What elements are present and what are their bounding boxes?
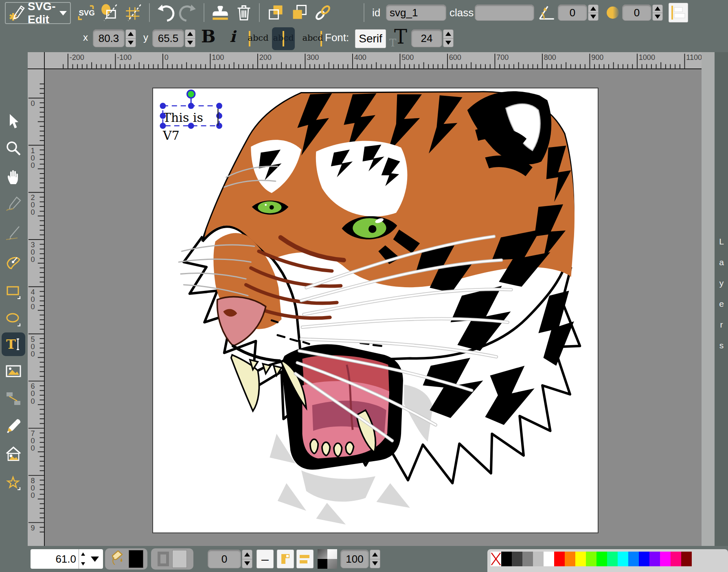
linecap-button[interactable]: [296, 550, 314, 568]
blur-icon: [603, 3, 622, 22]
ellipse-tool[interactable]: [2, 307, 25, 331]
palette-swatch[interactable]: [596, 552, 607, 566]
palette-swatch[interactable]: [681, 552, 692, 566]
redo-button[interactable]: [178, 3, 197, 22]
vertical-scrollbar-track[interactable]: [702, 52, 715, 546]
palette-swatch[interactable]: [660, 552, 671, 566]
blur-input[interactable]: [622, 4, 651, 21]
toolbar-separator: [149, 3, 150, 22]
font-size-input[interactable]: [411, 29, 442, 47]
zoom-spinner[interactable]: [79, 549, 87, 569]
palette-swatch[interactable]: [544, 552, 554, 566]
y-coordinate-input[interactable]: [152, 29, 184, 47]
id-input[interactable]: [386, 4, 446, 21]
svg-text:-100: -100: [117, 53, 132, 62]
italic-button[interactable]: i: [230, 27, 235, 46]
bold-button[interactable]: B: [201, 26, 216, 46]
layers-panel-tab[interactable]: Layers: [715, 52, 728, 546]
select-tool[interactable]: [2, 110, 25, 133]
zoom-control[interactable]: 61.0: [31, 549, 103, 569]
tools-sidebar: T: [0, 52, 28, 546]
palette-swatch[interactable]: [533, 552, 544, 566]
palette-swatch-none[interactable]: [491, 552, 501, 566]
svg-text:0: 0: [164, 53, 169, 62]
class-field-label: class: [450, 7, 474, 19]
source-editor-button[interactable]: SVG: [77, 3, 95, 22]
svg-text:0: 0: [31, 255, 35, 264]
workspace: -200-10001002003004005006007008009001000…: [28, 52, 715, 546]
move-to-bottom-button[interactable]: [266, 3, 285, 22]
stroke-width-input[interactable]: [208, 550, 241, 568]
palette-swatch[interactable]: [586, 552, 596, 566]
align-panel-button[interactable]: [669, 3, 688, 22]
palette-swatch[interactable]: [628, 552, 639, 566]
svg-text:0: 0: [31, 343, 35, 351]
y-spinner[interactable]: [185, 29, 195, 47]
palette-swatch[interactable]: [565, 552, 575, 566]
palette-swatch[interactable]: [607, 552, 618, 566]
linejoin-button[interactable]: [277, 550, 294, 568]
canvas-text-element[interactable]: This is V7: [163, 109, 221, 127]
svg-text:0: 0: [31, 350, 35, 358]
pan-tool[interactable]: [2, 165, 25, 189]
zoom-dropdown-caret-icon[interactable]: [91, 557, 99, 562]
class-input[interactable]: [475, 4, 534, 21]
rectangle-tool[interactable]: [2, 280, 25, 304]
palette-swatch[interactable]: [618, 552, 628, 566]
x-coordinate-input[interactable]: [93, 29, 125, 47]
main-menu-button[interactable]: ✱ SVG-Edit: [5, 2, 71, 24]
stroke-dash-select[interactable]: –: [257, 550, 274, 568]
path-tool[interactable]: [2, 251, 25, 274]
palette-swatch[interactable]: [639, 552, 649, 566]
pencil-tool[interactable]: [2, 192, 25, 216]
font-size-spinner[interactable]: [443, 29, 454, 47]
palette-swatch[interactable]: [575, 552, 586, 566]
stroke-width-spinner[interactable]: [242, 550, 252, 568]
opacity-spinner[interactable]: [370, 550, 380, 568]
shape-library-tool[interactable]: [2, 442, 25, 466]
tiger-artwork[interactable]: [153, 88, 598, 532]
delete-trash-button[interactable]: [235, 3, 253, 22]
image-tool[interactable]: [2, 359, 25, 383]
svg-text:0: 0: [31, 208, 35, 216]
font-family-button[interactable]: Serif: [355, 29, 386, 48]
palette-swatch[interactable]: [671, 552, 681, 566]
palette-swatch[interactable]: [522, 552, 533, 566]
grid-icon[interactable]: [124, 3, 143, 22]
stroke-color-swatch: [172, 550, 187, 568]
rotation-angle-input[interactable]: [558, 4, 587, 21]
undo-button[interactable]: [156, 3, 175, 22]
text-tool[interactable]: T: [2, 332, 25, 356]
shapes-icon[interactable]: [100, 3, 119, 22]
toolbar-separator: [204, 3, 204, 22]
eyedropper-tool[interactable]: [2, 414, 25, 438]
zoom-value: 61.0: [31, 553, 79, 565]
text-anchor-end-button[interactable]: abcd: [301, 27, 324, 50]
text-anchor-middle-button[interactable]: abcd: [272, 27, 295, 50]
connector-tool[interactable]: [2, 387, 25, 410]
clone-stamp-button[interactable]: [211, 3, 230, 22]
line-tool[interactable]: [2, 221, 25, 245]
star-tool[interactable]: [2, 471, 25, 494]
x-coordinate-label: x: [83, 32, 88, 43]
svg-canvas[interactable]: This is V7: [152, 88, 599, 533]
link-button[interactable]: [314, 3, 332, 22]
zoom-tool[interactable]: [2, 137, 25, 161]
app-logo-icon: ✱: [9, 3, 25, 23]
canvas-background[interactable]: This is V7: [45, 69, 702, 546]
font-label: Font:: [325, 31, 349, 44]
paint-bucket-icon: [109, 549, 125, 569]
blur-spinner[interactable]: [652, 4, 663, 21]
opacity-input[interactable]: [340, 550, 369, 568]
color-palette: [487, 549, 728, 572]
stroke-color-button[interactable]: [151, 548, 193, 570]
palette-swatch[interactable]: [501, 552, 512, 566]
palette-swatch[interactable]: [649, 552, 660, 566]
rotation-angle-spinner[interactable]: [588, 4, 599, 21]
text-anchor-start-button[interactable]: abcd: [247, 27, 270, 50]
x-spinner[interactable]: [125, 29, 136, 47]
palette-swatch[interactable]: [554, 552, 565, 566]
move-to-top-button[interactable]: [290, 3, 309, 22]
fill-color-button[interactable]: [105, 548, 147, 570]
palette-swatch[interactable]: [512, 552, 522, 566]
